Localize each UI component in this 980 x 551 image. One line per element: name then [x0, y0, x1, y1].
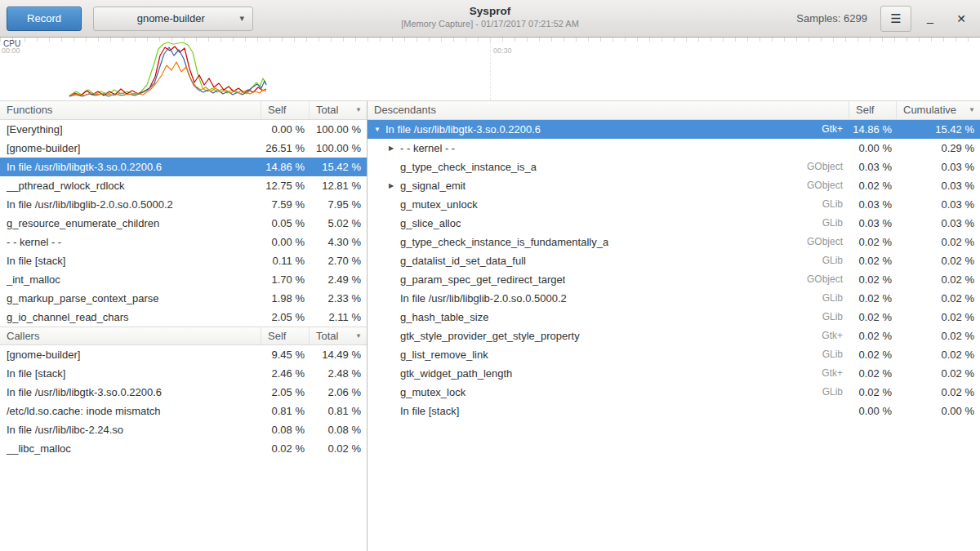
- table-row[interactable]: ▶g_signal_emitGObject0.02 %0.03 %: [368, 176, 980, 195]
- function-name: __libc_malloc: [0, 439, 261, 458]
- callers-total-column-header[interactable]: Total ▼: [310, 327, 367, 344]
- descendant-name-cell: ▼In file /usr/lib/libgtk-3.so.0.2200.6Gt…: [368, 120, 849, 139]
- table-row[interactable]: ▶- - kernel - -0.00 %0.29 %: [368, 139, 980, 158]
- total-value: 2.70 %: [310, 251, 367, 270]
- self-value: 0.03 %: [849, 158, 897, 176]
- functions-column-header[interactable]: Functions: [0, 101, 261, 119]
- cpu-usage-line-cpu1: [69, 47, 266, 96]
- cumulative-value: 0.02 %: [897, 289, 980, 308]
- function-name: g_slice_alloc: [400, 214, 461, 233]
- table-row[interactable]: In file /usr/lib/libglib-2.0.so.0.5000.2…: [368, 289, 980, 308]
- self-value: 0.02 %: [849, 345, 897, 364]
- descendant-name-cell: g_hash_table_sizeGLib: [368, 308, 849, 327]
- function-name: In file /usr/lib/libgtk-3.so.0.2200.6: [385, 120, 541, 139]
- callers-column-header[interactable]: Callers: [0, 327, 261, 344]
- table-row[interactable]: g_list_remove_linkGLib0.02 %0.02 %: [368, 345, 980, 364]
- table-row[interactable]: g_resource_enumerate_children0.05 %5.02 …: [0, 214, 367, 233]
- descendants-table: ▼In file /usr/lib/libgtk-3.so.0.2200.6Gt…: [368, 120, 980, 420]
- function-name: g_io_channel_read_chars: [0, 308, 261, 327]
- table-row[interactable]: [gnome-builder]9.45 %14.49 %: [0, 345, 367, 364]
- table-row[interactable]: [Everything]0.00 %100.00 %: [0, 120, 367, 139]
- table-row[interactable]: g_mutex_lockGLib0.02 %0.02 %: [368, 383, 980, 402]
- self-value: 0.02 %: [849, 289, 897, 308]
- table-row[interactable]: g_mutex_unlockGLib0.03 %0.03 %: [368, 195, 980, 214]
- category-label: GLib: [814, 345, 849, 364]
- functions-self-column-header[interactable]: Self: [261, 101, 310, 119]
- table-row[interactable]: g_io_channel_read_chars2.05 %2.11 %: [0, 308, 367, 327]
- self-value: 14.86 %: [261, 158, 310, 176]
- cumulative-value: 0.29 %: [897, 139, 980, 158]
- category-label: GObject: [799, 176, 849, 195]
- left-pane: Functions Self Total ▼ [Everything]0.00 …: [0, 101, 368, 551]
- table-row[interactable]: [gnome-builder]26.51 %100.00 %: [0, 139, 367, 158]
- table-row[interactable]: In file /usr/lib/libgtk-3.so.0.2200.62.0…: [0, 383, 367, 402]
- table-row[interactable]: __libc_malloc0.02 %0.02 %: [0, 439, 367, 458]
- expander-closed-icon[interactable]: ▶: [387, 176, 400, 195]
- self-value: 0.00 %: [849, 139, 897, 158]
- descendant-name-cell: g_type_check_instance_is_aGObject: [368, 158, 849, 176]
- sort-indicator-icon: ▼: [355, 327, 362, 344]
- table-row[interactable]: /etc/ld.so.cache: inode mismatch0.81 %0.…: [0, 402, 367, 420]
- table-row[interactable]: - - kernel - -0.00 %4.30 %: [0, 233, 367, 251]
- cumulative-value: 15.42 %: [897, 120, 980, 139]
- function-name: g_type_check_instance_is_fundamentally_a: [400, 233, 608, 251]
- table-row[interactable]: g_datalist_id_set_data_fullGLib0.02 %0.0…: [368, 251, 980, 270]
- minimize-button[interactable]: –: [918, 7, 942, 31]
- functions-total-column-header[interactable]: Total ▼: [310, 101, 367, 119]
- table-row[interactable]: In file [stack]0.00 %0.00 %: [368, 402, 980, 420]
- descendant-name-cell: g_type_check_instance_is_fundamentally_a…: [368, 233, 849, 251]
- record-button[interactable]: Record: [7, 7, 82, 31]
- table-row[interactable]: In file /usr/lib/libgtk-3.so.0.2200.614.…: [0, 158, 367, 176]
- table-row[interactable]: g_type_check_instance_is_fundamentally_a…: [368, 233, 980, 251]
- total-value: 0.08 %: [310, 420, 367, 439]
- descendants-self-column-header[interactable]: Self: [849, 101, 897, 119]
- category-label: Gtk+: [813, 120, 849, 139]
- function-name: g_list_remove_link: [400, 345, 488, 364]
- table-row[interactable]: ▼In file /usr/lib/libgtk-3.so.0.2200.6Gt…: [368, 120, 980, 139]
- table-row[interactable]: g_markup_parse_context_parse1.98 %2.33 %: [0, 289, 367, 308]
- table-row[interactable]: __pthread_rwlock_rdlock12.75 %12.81 %: [0, 176, 367, 195]
- table-row[interactable]: g_param_spec_get_redirect_targetGObject0…: [368, 270, 980, 289]
- cumulative-value: 0.02 %: [897, 383, 980, 402]
- expander-closed-icon[interactable]: ▶: [387, 139, 400, 158]
- cpu-timeline-graph[interactable]: CPU 00:00 00:30: [0, 38, 980, 101]
- expander-open-icon[interactable]: ▼: [372, 120, 385, 139]
- self-value: 0.11 %: [261, 251, 310, 270]
- table-row[interactable]: g_type_check_instance_is_aGObject0.03 %0…: [368, 158, 980, 176]
- table-row[interactable]: _int_malloc1.70 %2.49 %: [0, 270, 367, 289]
- table-row[interactable]: gtk_widget_path_lengthGtk+0.02 %0.02 %: [368, 364, 980, 383]
- menu-button[interactable]: ☰: [880, 6, 911, 32]
- cumulative-value: 0.02 %: [897, 364, 980, 383]
- self-value: 26.51 %: [261, 139, 310, 158]
- category-label: GLib: [814, 251, 849, 270]
- descendants-column-header[interactable]: Descendants: [368, 101, 849, 119]
- table-row[interactable]: g_slice_allocGLib0.03 %0.03 %: [368, 214, 980, 233]
- function-name: __pthread_rwlock_rdlock: [0, 176, 261, 195]
- process-selector-dropdown[interactable]: gnome-builder ▾: [93, 7, 253, 31]
- table-row[interactable]: In file [stack]2.46 %2.48 %: [0, 364, 367, 383]
- self-value: 2.46 %: [261, 364, 310, 383]
- total-value: 2.11 %: [310, 308, 367, 327]
- header-right-controls: Samples: 6299 ☰ – ✕: [796, 6, 973, 32]
- function-name: g_type_check_instance_is_a: [400, 158, 537, 176]
- close-button[interactable]: ✕: [949, 7, 973, 31]
- self-value: 0.02 %: [849, 251, 897, 270]
- total-value: 2.33 %: [310, 289, 367, 308]
- descendant-name-cell: ▶g_signal_emitGObject: [368, 176, 849, 195]
- cumulative-value: 0.00 %: [897, 402, 980, 420]
- total-value: 2.06 %: [310, 383, 367, 402]
- table-row[interactable]: gtk_style_provider_get_style_propertyGtk…: [368, 327, 980, 345]
- cumulative-value: 0.02 %: [897, 308, 980, 327]
- category-label: GLib: [814, 383, 849, 402]
- table-row[interactable]: In file /usr/lib/libglib-2.0.so.0.5000.2…: [0, 195, 367, 214]
- table-row[interactable]: In file /usr/lib/libc-2.24.so0.08 %0.08 …: [0, 420, 367, 439]
- close-icon: ✕: [956, 12, 966, 25]
- descendants-cumulative-column-header[interactable]: Cumulative ▼: [897, 101, 980, 119]
- table-row[interactable]: g_hash_table_sizeGLib0.02 %0.02 %: [368, 308, 980, 327]
- function-name: g_signal_emit: [400, 176, 466, 195]
- callers-table-header: Callers Self Total ▼: [0, 327, 367, 345]
- descendant-name-cell: ▶- - kernel - -: [368, 139, 849, 158]
- self-value: 0.02 %: [849, 308, 897, 327]
- callers-self-column-header[interactable]: Self: [261, 327, 310, 344]
- table-row[interactable]: In file [stack]0.11 %2.70 %: [0, 251, 367, 270]
